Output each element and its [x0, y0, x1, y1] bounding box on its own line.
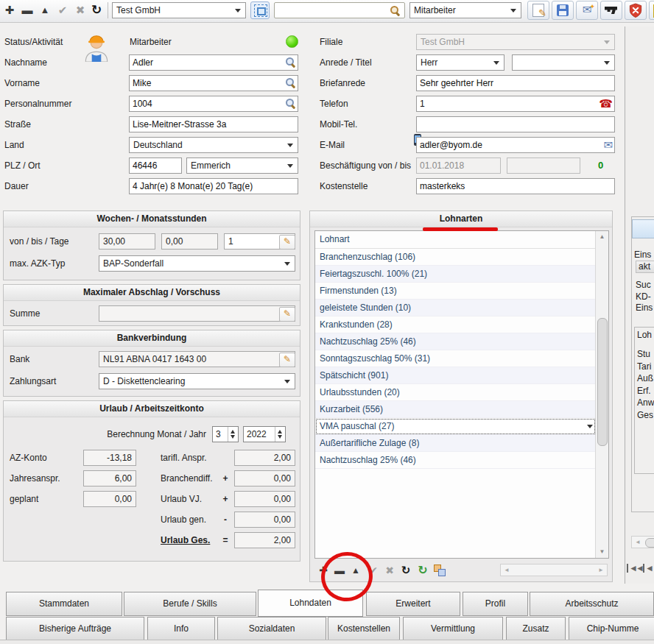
lohnart-row[interactable]: Krankstunden (28) — [315, 316, 596, 333]
search-icon[interactable] — [390, 5, 401, 16]
edit-summe-button[interactable]: ✎ — [279, 307, 295, 322]
vorname-input[interactable] — [129, 75, 298, 91]
email-input[interactable] — [416, 137, 615, 153]
lohnart-row[interactable]: Feiertagszuschl. 100% (21) — [315, 266, 596, 283]
berechnung-label: Berechnung Monat / Jahr — [48, 426, 206, 442]
nav-prev-button[interactable]: ◄ — [643, 561, 654, 576]
horizontal-scrollbar[interactable]: ◄ ► — [500, 564, 608, 576]
dauer-label: Dauer — [4, 178, 29, 194]
side-horizontal-scrollbar[interactable]: ◄ — [631, 536, 654, 548]
selection-mode-button[interactable] — [250, 1, 270, 19]
zahlungsart-select[interactable]: D - Diskettenclearing — [99, 373, 295, 389]
copy-icon — [434, 565, 446, 576]
refresh-lohnart-icon[interactable]: ↻ — [398, 562, 413, 578]
tab-sozialdaten[interactable]: Sozialdaten — [217, 617, 326, 640]
lohnart-row[interactable]: Firmenstunden (13) — [315, 283, 596, 300]
side-group-header[interactable]: akt — [636, 261, 654, 273]
tab-stammdaten[interactable]: Stammdaten — [6, 592, 122, 616]
scroll-up-icon[interactable]: ▲ — [596, 231, 608, 243]
scrollbar-thumb[interactable] — [597, 318, 608, 446]
envelope-icon[interactable]: ✉ — [603, 139, 613, 150]
lohnart-row[interactable]: Außertarifliche Zulage (8) — [315, 435, 596, 452]
tab-chip-nummer[interactable]: Chip-Numme — [569, 617, 654, 640]
lohnart-row[interactable]: Nachtzuschlag 25% (46) — [315, 452, 596, 469]
phone-icon[interactable]: ☎ — [599, 98, 613, 109]
edit-stunden-button[interactable]: ✎ — [279, 235, 295, 250]
lohnart-row[interactable]: Spätschicht (901) — [315, 367, 596, 384]
lohnart-row-selected[interactable]: VMA pauschal (27) — [315, 418, 596, 435]
briefanrede-input[interactable] — [416, 75, 615, 91]
kostenstelle-input[interactable] — [416, 178, 615, 194]
lohnart-column-header[interactable]: Lohnart — [315, 231, 596, 249]
ort-select[interactable]: Emmerich — [186, 158, 298, 174]
security-block-button[interactable] — [625, 1, 647, 20]
scroll-left-icon[interactable]: ◄ — [632, 537, 644, 548]
azk-typ-select[interactable]: BAP-Sonderfall — [99, 255, 295, 272]
lohnart-row[interactable]: Nachtzuschlag 25% (46) — [315, 333, 596, 350]
anrede-select[interactable]: Herr — [416, 54, 504, 71]
titel-select[interactable] — [512, 54, 615, 71]
refresh-icon[interactable]: ↻ — [88, 1, 105, 19]
einsatz-side-panel: Eins akt Suc KD- Eins Loh Stu Tari Auß E… — [625, 26, 654, 584]
scrollbar-thumb[interactable] — [645, 538, 654, 548]
lohnart-row[interactable]: Branchenzuschlag (106) — [315, 249, 596, 266]
nav-first-button[interactable]: ◄◄ — [627, 561, 641, 576]
save-button[interactable] — [552, 1, 574, 20]
tab-erweitert[interactable]: Erweitert — [366, 592, 460, 616]
tab-arbeitsschutz[interactable]: Arbeitsschutz — [530, 592, 654, 616]
add-record-icon[interactable]: ✚ — [1, 1, 18, 19]
sync-lohnart-icon[interactable]: ↻ — [415, 562, 430, 578]
plz-input[interactable] — [129, 158, 182, 174]
nachname-input[interactable] — [129, 54, 298, 71]
telefon-input[interactable] — [416, 96, 615, 112]
scroll-right-icon[interactable]: ► — [595, 565, 607, 576]
copy-lohnart-button[interactable] — [432, 562, 447, 578]
mobil-input[interactable] — [416, 116, 615, 132]
stunden-panel: Wochen- / Monatsstunden von / bis / Tage… — [3, 210, 300, 280]
search-input[interactable] — [276, 4, 388, 18]
land-select[interactable]: Deutschland — [129, 137, 298, 153]
tab-vermittlung[interactable]: Vermittlung — [403, 617, 503, 640]
personalnummer-input[interactable] — [129, 96, 298, 112]
new-email-button[interactable]: ✉ — [576, 1, 598, 20]
monat-spinner[interactable]: 3 — [212, 426, 239, 442]
tab-zusatz[interactable]: Zusatz — [506, 617, 566, 640]
tab-kostenstellen[interactable]: Kostenstellen — [328, 617, 400, 640]
edit-document-button[interactable] — [527, 1, 549, 20]
lookup-icon[interactable] — [285, 57, 296, 68]
side-label: Eins — [636, 302, 653, 314]
shield-x-icon — [629, 3, 642, 18]
lohnart-row[interactable]: Kurzarbeit (556) — [315, 401, 596, 418]
gun-button[interactable] — [600, 1, 622, 20]
scroll-down-icon[interactable]: ▼ — [596, 546, 608, 558]
scroll-left-icon[interactable]: ◄ — [501, 565, 513, 576]
confirm-icon[interactable]: ✔ — [54, 1, 71, 19]
app-window: ✚ ▬ ▲ ✔ ✖ ↻ Test GmbH Mitarbeiter ✉ — [0, 0, 654, 644]
lohnarten-panel: Lohnarten Lohnart Branchenzuschlag (106)… — [309, 210, 613, 582]
company-select[interactable]: Test GmbH — [112, 2, 246, 18]
chevron-down-icon — [287, 144, 293, 147]
edit-bank-button[interactable]: ✎ — [279, 353, 295, 367]
note-button[interactable] — [649, 1, 654, 20]
lookup-icon[interactable] — [285, 98, 296, 109]
tab-berufe-skills[interactable]: Berufe / Skills — [124, 592, 256, 616]
chevron-down-icon[interactable] — [587, 425, 593, 428]
entity-select[interactable]: Mitarbeiter — [409, 2, 521, 18]
entity-select-value: Mitarbeiter — [414, 3, 456, 18]
cancel-icon[interactable]: ✖ — [72, 1, 88, 19]
lookup-icon[interactable] — [285, 77, 296, 88]
tab-info[interactable]: Info — [147, 617, 215, 640]
jahr-spinner[interactable]: 2022 — [243, 426, 286, 442]
lohnart-row[interactable]: Urlaubsstunden (20) — [315, 384, 596, 401]
cancel-lohnart-icon[interactable]: ✖ — [382, 562, 397, 578]
tab-profil[interactable]: Profil — [463, 592, 528, 616]
strasse-input[interactable] — [129, 116, 298, 132]
chevron-down-icon — [604, 40, 610, 44]
lohnart-row[interactable]: Sonntagszuschlag 50% (31) — [315, 350, 596, 367]
vertical-scrollbar[interactable]: ▲ ▼ — [595, 231, 608, 558]
edit-record-icon[interactable]: ▲ — [37, 1, 53, 19]
delete-record-icon[interactable]: ▬ — [19, 1, 35, 19]
urlaub-ges-value: 2,00 — [234, 532, 295, 548]
tab-bisherige-auftraege[interactable]: Bisherige Aufträge — [6, 617, 144, 640]
lohnart-row[interactable]: geleistete Stunden (10) — [315, 300, 596, 316]
